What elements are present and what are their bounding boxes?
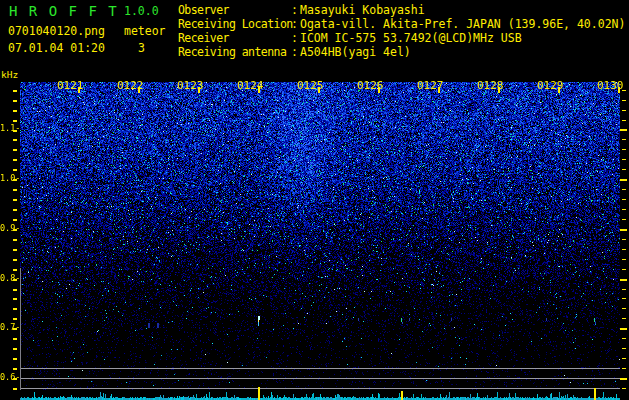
colon: : — [291, 45, 300, 59]
freq-tick-left — [13, 368, 17, 370]
freq-tick-left — [13, 149, 17, 151]
freq-tick-left — [13, 199, 17, 201]
freq-tick-right — [622, 110, 626, 111]
meteor-count: 3 — [138, 41, 145, 55]
freq-tick-right-major — [620, 129, 627, 131]
freq-tick-right — [622, 120, 626, 121]
time-tick — [618, 87, 620, 93]
freq-tick-right — [622, 308, 626, 309]
station-row-antenna: Receiving antenna:A504HB(yagi 4el) — [178, 45, 411, 59]
freq-tick-left — [13, 90, 17, 92]
station-row-receiver: Receiver:ICOM IC-575 53.7492(@LCD)MHz US… — [178, 31, 522, 45]
time-tick — [198, 87, 200, 93]
time-tick — [78, 87, 80, 93]
mode-label: meteor — [124, 24, 166, 38]
time-tick — [558, 87, 560, 93]
file-datetime: 07.01.04 01:20 — [8, 41, 105, 55]
freq-tick-left — [13, 189, 17, 191]
station-value: Masayuki Kobayashi — [300, 3, 425, 17]
station-value: ICOM IC-575 53.7492(@LCD)MHz USB — [300, 31, 522, 45]
freq-tick-right — [622, 338, 626, 339]
freq-tick-left — [13, 338, 17, 340]
freq-axis-label: 0.8- — [0, 273, 20, 283]
freq-tick-right — [622, 269, 626, 270]
freq-tick-left — [13, 229, 17, 231]
freq-axis-label: 1.0- — [0, 173, 20, 183]
freq-tick-left — [13, 120, 17, 122]
freq-tick-right-major — [620, 378, 627, 380]
freq-tick-right — [622, 199, 626, 200]
freq-tick-left — [13, 259, 17, 261]
freq-tick-right — [622, 368, 626, 369]
freq-tick-right — [622, 149, 626, 150]
freq-axis-label: 0.9- — [0, 223, 20, 233]
spectrogram-canvas — [20, 82, 620, 400]
file-name: 0701040120.png — [8, 24, 105, 38]
app-version: 1.0.0 — [124, 4, 159, 18]
freq-tick-right-major — [620, 279, 627, 281]
freq-tick-left — [13, 169, 17, 171]
freq-tick-right — [622, 159, 626, 160]
freq-tick-left — [13, 289, 17, 291]
freq-tick-left — [13, 358, 17, 360]
freq-tick-right — [622, 289, 626, 290]
station-row-location: Receiving Location:Ogata-vill. Akita-Pre… — [178, 17, 625, 31]
freq-axis-label: 1.1- — [0, 123, 20, 133]
station-label: Receiving antenna — [178, 45, 291, 59]
station-value: A504HB(yagi 4el) — [300, 45, 411, 59]
freq-tick-right-major — [620, 179, 627, 181]
colon: : — [291, 17, 300, 31]
freq-tick-left — [13, 209, 17, 211]
freq-tick-right — [622, 189, 626, 190]
freq-tick-left — [13, 279, 17, 281]
freq-tick-right — [622, 249, 626, 250]
freq-tick-left — [13, 348, 17, 350]
freq-tick-left — [13, 298, 17, 300]
colon: : — [291, 3, 300, 17]
station-label: Receiver — [178, 31, 291, 45]
freq-axis-label: 0.6- — [0, 372, 20, 382]
time-tick — [138, 87, 140, 93]
hrofft-screen: H R O F F T 1.0.0 0701040120.png meteor … — [0, 0, 629, 400]
freq-axis-label: 0.7- — [0, 322, 20, 332]
time-tick — [498, 87, 500, 93]
freq-tick-right — [622, 239, 626, 240]
freq-tick-left — [13, 130, 17, 132]
freq-tick-right — [622, 318, 626, 319]
freq-tick-left — [13, 269, 17, 271]
freq-tick-right-major — [620, 229, 627, 231]
freq-tick-left — [13, 219, 17, 221]
freq-tick-right — [622, 100, 626, 101]
station-value: Ogata-vill. Akita-Pref. JAPAN (139.96E, … — [300, 17, 625, 31]
freq-tick-left — [13, 179, 17, 181]
freq-tick-left — [13, 318, 17, 320]
freq-tick-left — [13, 239, 17, 241]
freq-tick-right — [622, 219, 626, 220]
time-tick — [318, 87, 320, 93]
freq-tick-right — [622, 358, 626, 359]
app-title: H R O F F T — [9, 3, 118, 19]
freq-tick-right — [622, 259, 626, 260]
station-label: Observer — [178, 3, 291, 17]
freq-tick-left — [13, 100, 17, 102]
freq-axis-unit: kHz — [1, 69, 18, 80]
freq-tick-right-major — [620, 328, 627, 330]
freq-tick-left — [13, 378, 17, 380]
freq-tick-left — [13, 139, 17, 141]
time-tick — [438, 87, 440, 93]
station-row-observer: Observer:Masayuki Kobayashi — [178, 3, 425, 17]
freq-tick-left — [13, 308, 17, 310]
freq-tick-right — [622, 388, 626, 389]
freq-tick-left — [13, 249, 17, 251]
freq-tick-right — [622, 348, 626, 349]
freq-tick-left — [13, 110, 17, 112]
freq-tick-right — [622, 209, 626, 210]
station-label: Receiving Location — [178, 17, 291, 31]
freq-tick-right — [622, 298, 626, 299]
freq-tick-left — [13, 328, 17, 330]
freq-tick-right — [622, 139, 626, 140]
colon: : — [291, 31, 300, 45]
freq-tick-left — [13, 388, 17, 390]
freq-tick-left — [13, 159, 17, 161]
freq-tick-right — [622, 169, 626, 170]
